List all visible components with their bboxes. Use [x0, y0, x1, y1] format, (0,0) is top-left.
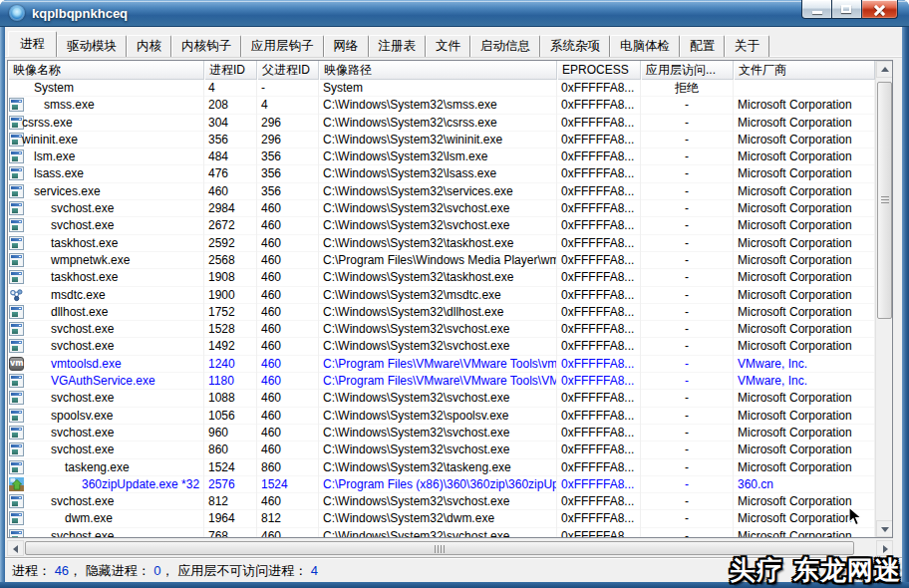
tab-11[interactable]: 配置	[680, 35, 725, 57]
cell-name: svchost.exe	[8, 200, 204, 217]
cell-access: -	[641, 493, 734, 510]
cell-name: taskhost.exe	[8, 235, 204, 252]
column-header-eprocess[interactable]: EPROCESS	[557, 61, 641, 80]
cell-pid: 484	[204, 148, 257, 165]
cell-vendor: VMware, Inc.	[734, 356, 875, 373]
process-row-wmpnetwk-exe[interactable]: wmpnetwk.exe2568460C:\Program Files\Wind…	[8, 252, 875, 269]
minimize-button[interactable]	[801, 0, 832, 19]
cell-eprocess: 0xFFFFFA8...	[557, 408, 641, 425]
process-row-lsass-exe[interactable]: lsass.exe476356C:\Windows\System32\lsass…	[8, 165, 875, 182]
application-icon	[9, 253, 24, 267]
column-header-vendor[interactable]: 文件厂商	[734, 61, 875, 80]
cell-eprocess: 0xFFFFFA8...	[557, 200, 641, 217]
process-row-svchost-exe[interactable]: svchost.exe860460C:\Windows\System32\svc…	[8, 441, 875, 458]
column-header-pid[interactable]: 进程ID	[204, 61, 257, 80]
process-row-dwm-exe[interactable]: dwm.exe1964812C:\Windows\System32\dwm.ex…	[8, 510, 875, 527]
tab-7[interactable]: 文件	[426, 35, 470, 57]
scroll-left-button[interactable]	[7, 540, 24, 556]
cell-access: -	[641, 235, 734, 252]
cell-pid: 4	[204, 80, 257, 97]
tab-9[interactable]: 系统杂项	[540, 35, 610, 57]
cell-pid: 1492	[204, 338, 257, 355]
process-row-svchost-exe[interactable]: svchost.exe812460C:\Windows\System32\svc…	[8, 493, 875, 510]
cell-eprocess: 0xFFFFFA8...	[557, 510, 641, 527]
process-row-360zipupdate-exe-32[interactable]: 360zipUpdate.exe *3225761524C:\Program F…	[8, 476, 875, 493]
vertical-scrollbar[interactable]	[875, 61, 892, 537]
cell-access: -	[641, 441, 734, 458]
process-row-taskhost-exe[interactable]: taskhost.exe2592460C:\Windows\System32\t…	[8, 235, 875, 252]
tab-6[interactable]: 注册表	[369, 35, 427, 57]
process-row-csrss-exe[interactable]: csrss.exe304296C:\Windows\System32\csrss…	[8, 115, 875, 132]
cell-eprocess: 0xFFFFFA8...	[557, 476, 641, 493]
column-header-path[interactable]: 映像路径	[319, 61, 557, 80]
cell-eprocess: 0xFFFFFA8...	[557, 441, 641, 458]
tab-5[interactable]: 网络	[324, 35, 369, 57]
cell-vendor: Microsoft Corporation	[734, 321, 875, 338]
cell-access: -	[641, 148, 734, 165]
close-button[interactable]	[862, 0, 898, 19]
cell-eprocess: 0xFFFFFA8...	[557, 165, 641, 182]
cell-path: C:\Windows\System32\spoolsv.exe	[319, 408, 557, 425]
cell-pid: 1240	[204, 356, 257, 373]
process-row-system[interactable]: System4-System0xFFFFFA8...拒绝	[8, 80, 875, 97]
cell-eprocess: 0xFFFFFA8...	[557, 183, 641, 200]
process-row-svchost-exe[interactable]: svchost.exe2984460C:\Windows\System32\sv…	[8, 200, 875, 217]
cell-ppid: 460	[257, 390, 319, 407]
process-row-msdtc-exe[interactable]: msdtc.exe1900460C:\Windows\System32\msdt…	[8, 287, 875, 304]
process-name: svchost.exe	[51, 528, 114, 537]
cell-name: csrss.exe	[8, 115, 204, 132]
process-row-spoolsv-exe[interactable]: spoolsv.exe1056460C:\Windows\System32\sp…	[8, 408, 875, 425]
cell-ppid: 460	[257, 269, 319, 286]
column-header-access[interactable]: 应用层访问...	[641, 61, 734, 80]
cell-pid: 812	[204, 493, 257, 510]
cell-ppid: 460	[257, 321, 319, 338]
cell-path: C:\Windows\System32\svchost.exe	[319, 200, 557, 217]
cell-name: svchost.exe	[8, 390, 204, 407]
cell-path: C:\Program Files\VMware\VMware Tools\VM.…	[319, 373, 557, 390]
process-row-svchost-exe[interactable]: svchost.exe2672460C:\Windows\System32\sv…	[8, 217, 875, 234]
title-bar[interactable]: kqplbqpnkhceq	[0, 0, 909, 27]
process-row-svchost-exe[interactable]: svchost.exe768460C:\Windows\System32\svc…	[8, 528, 875, 537]
tab-3[interactable]: 内核钩子	[171, 35, 241, 57]
cell-vendor: Microsoft Corporation	[734, 235, 875, 252]
cell-pid: 460	[204, 183, 257, 200]
column-header-name[interactable]: 映像名称	[8, 61, 204, 80]
cell-path: C:\Windows\System32\wininit.exe	[319, 132, 557, 148]
process-row-smss-exe[interactable]: smss.exe2084C:\Windows\System32\smss.exe…	[8, 97, 875, 114]
process-row-taskhost-exe[interactable]: taskhost.exe1908460C:\Windows\System32\t…	[8, 269, 875, 286]
scroll-up-button[interactable]	[876, 61, 893, 78]
column-header-ppid[interactable]: 父进程ID	[257, 61, 319, 80]
process-row-svchost-exe[interactable]: svchost.exe1528460C:\Windows\System32\sv…	[8, 321, 875, 338]
cell-vendor: Microsoft Corporation	[734, 217, 875, 234]
process-row-taskeng-exe[interactable]: taskeng.exe1524860C:\Windows\System32\ta…	[8, 459, 875, 476]
cell-vendor: Microsoft Corporation	[734, 304, 875, 321]
tab-10[interactable]: 电脑体检	[610, 35, 680, 57]
process-row-lsm-exe[interactable]: lsm.exe484356C:\Windows\System32\lsm.exe…	[8, 148, 875, 165]
process-row-svchost-exe[interactable]: svchost.exe1492460C:\Windows\System32\sv…	[8, 338, 875, 355]
cell-eprocess: 0xFFFFFA8...	[557, 80, 641, 97]
cell-pid: 2672	[204, 217, 257, 234]
process-row-vgauthservice-exe[interactable]: VGAuthService.exe1180460C:\Program Files…	[8, 373, 875, 390]
tab-4[interactable]: 应用层钩子	[241, 35, 324, 57]
tab-1[interactable]: 驱动模块	[57, 35, 127, 57]
tab-process[interactable]: 进程	[8, 31, 57, 57]
scroll-down-button[interactable]	[876, 520, 893, 537]
cell-access: -	[641, 287, 734, 304]
process-row-dllhost-exe[interactable]: dllhost.exe1752460C:\Windows\System32\dl…	[8, 304, 875, 321]
cell-vendor: Microsoft Corporation	[734, 269, 875, 286]
cell-eprocess: 0xFFFFFA8...	[557, 235, 641, 252]
process-row-svchost-exe[interactable]: svchost.exe960460C:\Windows\System32\svc…	[8, 425, 875, 441]
cell-pid: 1528	[204, 321, 257, 338]
cell-path: C:\Windows\System32\svchost.exe	[319, 217, 557, 234]
maximize-button[interactable]	[832, 0, 862, 19]
process-row-services-exe[interactable]: services.exe460356C:\Windows\System32\se…	[8, 183, 875, 200]
tab-2[interactable]: 内核	[127, 35, 171, 57]
process-row-svchost-exe[interactable]: svchost.exe1088460C:\Windows\System32\sv…	[8, 390, 875, 407]
cell-access: -	[641, 373, 734, 390]
process-row-wininit-exe[interactable]: wininit.exe356296C:\Windows\System32\win…	[8, 132, 875, 148]
tab-8[interactable]: 启动信息	[470, 35, 540, 57]
tab-12[interactable]: 关于	[725, 35, 769, 57]
process-name: taskhost.exe	[51, 269, 118, 286]
vertical-scrollbar-thumb[interactable]	[877, 82, 892, 319]
process-row-vmtoolsd-exe[interactable]: vmvmtoolsd.exe1240460C:\Program Files\VM…	[8, 356, 875, 373]
